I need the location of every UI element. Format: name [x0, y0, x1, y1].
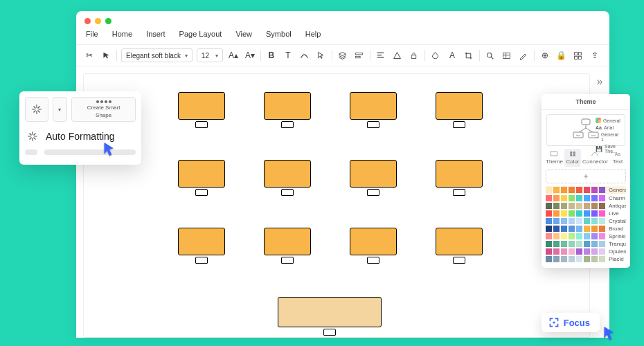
maximize-window-icon[interactable] — [105, 18, 111, 24]
theme-palette-row[interactable]: General — [546, 186, 626, 194]
font-size-select[interactable]: 12 ▾ — [197, 48, 223, 62]
menu-help[interactable]: Help — [305, 30, 321, 38]
layers-icon[interactable] — [337, 49, 349, 62]
menu-file[interactable]: File — [86, 30, 98, 38]
theme-palette-row[interactable]: Tranquil — [546, 241, 626, 247]
theme-palette-row[interactable]: Live — [546, 210, 626, 217]
pen-icon[interactable] — [517, 49, 530, 62]
auto-format-slider[interactable] — [25, 149, 136, 155]
toolbar-separator — [116, 50, 117, 61]
export-icon[interactable]: ⇪ — [589, 49, 601, 62]
align-icon[interactable] — [353, 49, 366, 62]
auto-formatting-label: Auto Formatting — [46, 131, 115, 142]
desk-shape[interactable] — [264, 92, 311, 128]
sidebar-collapse-icon[interactable]: » — [594, 76, 605, 87]
auto-format-icon[interactable] — [25, 97, 48, 122]
desk-shape[interactable] — [264, 228, 311, 264]
desk-shape[interactable] — [178, 92, 225, 128]
table-icon[interactable] — [501, 49, 513, 62]
bold-icon[interactable]: B — [265, 49, 278, 62]
color-swatch — [561, 226, 567, 232]
desk-shape[interactable] — [350, 92, 397, 128]
font-family-select[interactable]: Elegant soft black ▾ — [121, 48, 193, 62]
color-swatch — [591, 210, 598, 217]
menu-home[interactable]: Home — [112, 30, 132, 38]
color-swatch — [584, 256, 590, 262]
desk-shape[interactable] — [350, 160, 397, 196]
palette-name: Tranquil — [607, 241, 626, 247]
svg-rect-4 — [503, 53, 510, 58]
connector-icon[interactable] — [298, 49, 311, 62]
desk-shape[interactable] — [350, 228, 397, 264]
desk-shape[interactable] — [436, 92, 483, 128]
color-swatch — [561, 241, 567, 247]
font-grow-icon[interactable]: A▴ — [227, 49, 240, 62]
fill-color-icon[interactable] — [429, 49, 442, 62]
theme-add-button[interactable]: + — [546, 170, 626, 183]
theme-tab-connector[interactable]: Connector — [582, 149, 608, 167]
menu-page-layout[interactable]: Page Layout — [179, 30, 222, 38]
desk-shape[interactable] — [178, 228, 225, 264]
color-swatch — [561, 203, 567, 209]
color-swatch — [561, 210, 567, 217]
cursor-icon[interactable] — [100, 49, 112, 62]
close-window-icon[interactable] — [84, 18, 91, 24]
theme-palette-row[interactable]: Broad — [546, 226, 626, 232]
desk-shape[interactable] — [436, 160, 483, 196]
font-color-icon[interactable]: A — [446, 49, 458, 62]
theme-tab-color[interactable]: Color — [564, 149, 581, 167]
chevron-down-icon: ▾ — [185, 53, 188, 59]
crop-icon[interactable] — [463, 49, 475, 62]
padlock-icon[interactable]: 🔒 — [555, 49, 568, 62]
create-smart-shape-button[interactable]: Create Smart Shape — [71, 97, 136, 122]
cursor-pointer-icon — [602, 325, 616, 342]
warning-icon[interactable] — [391, 49, 404, 62]
drawing-canvas[interactable] — [83, 73, 590, 338]
theme-preview-legend: General AaArial ⎓General 1 💾Save The... — [596, 118, 622, 143]
palette-name: Live — [607, 210, 626, 217]
theme-palette-row[interactable]: Crystal — [546, 218, 626, 224]
menu-symbol[interactable]: Symbol — [266, 30, 292, 38]
color-swatch — [584, 203, 590, 209]
theme-tab-text[interactable]: Aa Text — [609, 149, 626, 167]
font-shrink-icon[interactable]: A▾ — [244, 49, 256, 62]
theme-palette-row[interactable]: Sprinkle — [546, 233, 626, 239]
menu-view[interactable]: View — [235, 30, 252, 38]
desk-shape[interactable] — [436, 228, 483, 264]
text-tool-icon[interactable]: T — [282, 49, 294, 62]
focus-button[interactable]: Focus — [542, 313, 600, 332]
svg-point-3 — [488, 53, 492, 57]
minimize-window-icon[interactable] — [95, 18, 101, 24]
auto-formatting-row[interactable]: Auto Formatting — [25, 129, 136, 144]
theme-palette-row[interactable]: Placid — [546, 256, 626, 262]
color-swatch — [591, 241, 598, 247]
theme-palette-row[interactable]: Charm — [546, 195, 626, 201]
color-swatch — [576, 195, 582, 201]
theme-palette-row[interactable]: Opulent — [546, 248, 626, 255]
color-swatch — [546, 226, 552, 232]
desk-shape[interactable] — [178, 160, 225, 196]
menu-insert[interactable]: Insert — [146, 30, 166, 38]
color-swatch — [546, 218, 552, 224]
lock-icon[interactable] — [408, 49, 420, 62]
desk-shape[interactable] — [264, 160, 311, 196]
theme-palette-row[interactable]: Antique — [546, 203, 626, 209]
grid-icon[interactable] — [572, 49, 584, 62]
color-swatch — [569, 210, 575, 217]
auto-format-dropdown[interactable]: ▾ — [53, 97, 68, 122]
slider-knob[interactable] — [25, 149, 37, 155]
teacher-desk-shape[interactable] — [278, 297, 382, 336]
color-swatch — [546, 187, 552, 193]
cut-icon[interactable]: ✂ — [83, 49, 96, 62]
chevron-down-icon: ▾ — [215, 53, 218, 59]
theme-tab-theme[interactable]: Theme — [546, 149, 563, 167]
toolbar-separator — [424, 50, 425, 61]
window-controls — [76, 11, 609, 27]
handle-icon[interactable]: ⊕ — [539, 49, 551, 62]
color-swatch — [576, 226, 582, 232]
pointer-icon[interactable] — [315, 49, 328, 62]
search-icon[interactable] — [484, 49, 497, 62]
color-swatch — [569, 203, 575, 209]
align-left-icon[interactable] — [375, 49, 387, 62]
color-swatch — [584, 218, 590, 224]
